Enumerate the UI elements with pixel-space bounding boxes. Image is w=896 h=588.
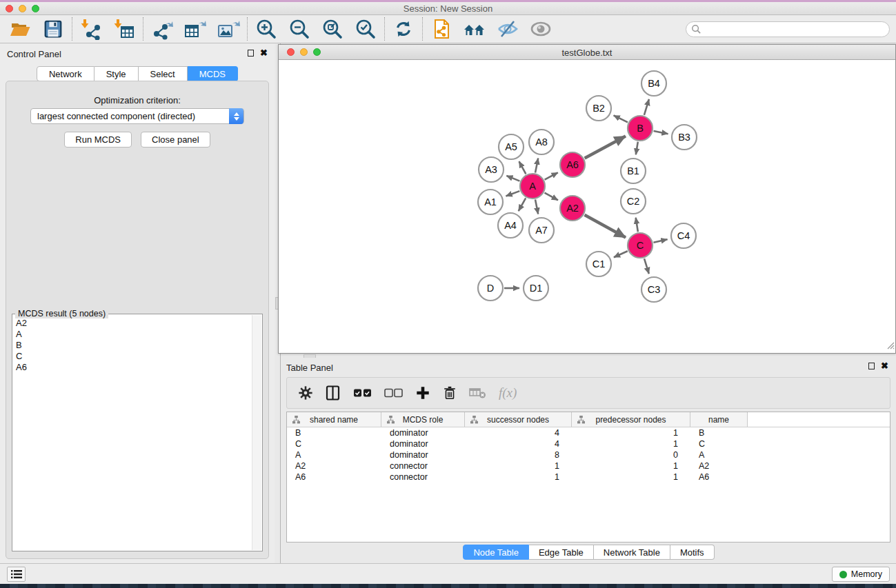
table-row[interactable]: A6connector11A6 xyxy=(287,472,890,483)
cell[interactable]: connector xyxy=(381,472,465,483)
cell[interactable]: 1 xyxy=(572,438,690,449)
network-canvas[interactable]: B4B2BB3A8A5A6A3B1AA1C2A2A4A7C4CC1C3DD1 xyxy=(279,60,895,353)
graph-node-A6[interactable]: A6 xyxy=(560,152,585,177)
cell[interactable]: A6 xyxy=(287,472,381,483)
graph-node-B3[interactable]: B3 xyxy=(672,125,697,150)
duplicate-network-icon[interactable] xyxy=(428,17,455,41)
graph-node-B2[interactable]: B2 xyxy=(586,96,611,121)
cell[interactable]: C xyxy=(690,438,748,449)
cell[interactable]: 1 xyxy=(572,427,690,438)
close-table-panel-icon[interactable]: ✖ xyxy=(881,363,888,369)
graph-edge-B-B2[interactable] xyxy=(614,115,628,122)
import-network-icon[interactable] xyxy=(78,17,104,41)
result-item[interactable]: C xyxy=(14,351,251,362)
task-history-button[interactable] xyxy=(7,567,26,582)
graph-node-B[interactable]: B xyxy=(628,116,653,141)
cell[interactable]: 4 xyxy=(465,427,572,438)
graph-node-A5[interactable]: A5 xyxy=(499,134,524,159)
result-item[interactable]: A6 xyxy=(14,362,251,373)
zoom-in-icon[interactable] xyxy=(253,17,279,41)
hide-annotations-icon[interactable] xyxy=(495,17,521,41)
graph-edge-A-A2[interactable] xyxy=(545,193,559,201)
optimization-criterion-select[interactable]: largest connected component (directed) xyxy=(30,108,244,124)
result-scrollbar[interactable] xyxy=(252,315,261,550)
graph-edge-A-A4[interactable] xyxy=(519,198,526,211)
cell[interactable]: 1 xyxy=(572,460,690,472)
show-graphics-details-icon[interactable] xyxy=(528,17,554,41)
column-header-name[interactable]: name xyxy=(690,412,748,427)
graph-edge-B-B4[interactable] xyxy=(644,99,649,115)
graph-node-A[interactable]: A xyxy=(520,174,545,199)
graph-node-A3[interactable]: A3 xyxy=(479,157,504,182)
search-input[interactable] xyxy=(686,21,890,37)
graph-edge-A2-C[interactable] xyxy=(585,215,626,238)
table-tab-network-table[interactable]: Network Table xyxy=(594,545,670,560)
cell[interactable]: A2 xyxy=(287,460,381,472)
cell[interactable]: 8 xyxy=(465,449,572,460)
control-tab-mcds[interactable]: MCDS xyxy=(188,66,238,81)
cell[interactable]: A2 xyxy=(690,460,748,472)
cell[interactable]: 4 xyxy=(465,438,572,449)
graph-edge-A-A5[interactable] xyxy=(519,161,526,174)
export-network-icon[interactable] xyxy=(149,17,175,41)
table-row[interactable]: Bdominator41B xyxy=(287,427,890,438)
graph-edge-A-A6[interactable] xyxy=(545,172,558,179)
run-mcds-button[interactable]: Run MCDS xyxy=(64,132,132,148)
graph-edge-C-C4[interactable] xyxy=(654,239,668,243)
cell[interactable]: A xyxy=(287,449,381,460)
graph-node-B1[interactable]: B1 xyxy=(621,159,646,183)
graph-node-C3[interactable]: C3 xyxy=(641,277,666,302)
cell[interactable]: connector xyxy=(381,460,465,472)
graph-node-B4[interactable]: B4 xyxy=(641,71,666,96)
zoom-fit-icon[interactable] xyxy=(319,17,346,41)
result-item[interactable]: A2 xyxy=(14,318,251,329)
search-field[interactable] xyxy=(686,21,890,37)
cell[interactable]: A6 xyxy=(690,472,748,483)
control-tab-style[interactable]: Style xyxy=(94,66,139,81)
result-item[interactable]: A xyxy=(14,329,251,340)
cell[interactable]: 1 xyxy=(465,472,572,483)
graph-edge-A-A7[interactable] xyxy=(535,200,538,214)
show-columns-icon[interactable] xyxy=(325,385,341,401)
open-file-icon[interactable] xyxy=(7,17,33,41)
close-panel-icon[interactable]: ✖ xyxy=(260,50,268,57)
column-header-successor-nodes[interactable]: successor nodes xyxy=(465,412,572,427)
export-table-icon[interactable] xyxy=(182,17,208,41)
zoom-selected-icon[interactable] xyxy=(352,17,379,41)
table-settings-gear-icon[interactable] xyxy=(298,385,313,401)
table-tab-motifs[interactable]: Motifs xyxy=(670,545,715,560)
cell[interactable]: dominator xyxy=(381,449,465,460)
cell[interactable]: dominator xyxy=(381,438,465,449)
export-image-icon[interactable] xyxy=(215,17,241,41)
graph-node-A7[interactable]: A7 xyxy=(529,218,554,243)
table-tab-edge-table[interactable]: Edge Table xyxy=(529,545,594,560)
graph-node-C4[interactable]: C4 xyxy=(671,223,696,248)
save-session-icon[interactable] xyxy=(40,17,66,41)
cell[interactable]: B xyxy=(287,427,381,438)
delete-column-trash-icon[interactable] xyxy=(442,385,457,401)
control-tab-select[interactable]: Select xyxy=(139,66,188,81)
graph-edge-A-A3[interactable] xyxy=(506,176,519,181)
graph-node-A4[interactable]: A4 xyxy=(498,213,523,238)
create-column-plus-icon[interactable] xyxy=(415,385,430,401)
deselect-all-icon[interactable] xyxy=(384,387,404,398)
graph-edge-A-A1[interactable] xyxy=(506,191,520,196)
refresh-icon[interactable] xyxy=(390,17,417,41)
cell[interactable]: 1 xyxy=(572,472,690,483)
column-header-predecessor-nodes[interactable]: predecessor nodes xyxy=(572,412,690,427)
float-panel-icon[interactable] xyxy=(248,50,254,57)
float-table-panel-icon[interactable] xyxy=(868,363,875,369)
graph-edge-C-C1[interactable] xyxy=(614,251,628,257)
table-row[interactable]: Cdominator41C xyxy=(287,438,890,449)
graph-edge-C-C2[interactable] xyxy=(636,218,638,232)
control-tab-network[interactable]: Network xyxy=(37,66,94,81)
cell[interactable]: 1 xyxy=(465,460,572,472)
graph-node-C2[interactable]: C2 xyxy=(621,189,646,214)
close-panel-button[interactable]: Close panel xyxy=(141,132,210,148)
import-table-icon[interactable] xyxy=(111,17,137,41)
graph-edge-A6-B[interactable] xyxy=(585,136,626,158)
graph-node-A1[interactable]: A1 xyxy=(478,190,503,214)
cell[interactable]: B xyxy=(690,427,748,438)
result-item[interactable]: B xyxy=(14,340,251,351)
table-row[interactable]: Adominator80A xyxy=(287,449,890,460)
